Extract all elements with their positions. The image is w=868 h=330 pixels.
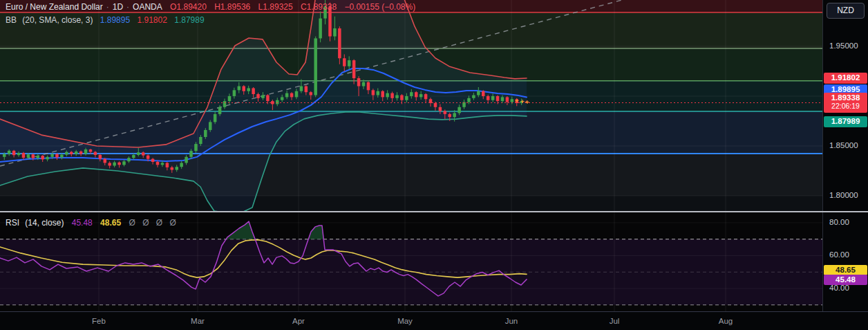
rsi-overbought-fill	[226, 221, 255, 239]
pane-separator[interactable]	[0, 211, 868, 212]
price-axis[interactable]: NZD 1.950001.850001.8000080.0060.0040.00…	[822, 0, 868, 311]
rsi-value: 45.48	[72, 218, 93, 228]
interval-label[interactable]: 1D	[113, 2, 123, 12]
rsi-title[interactable]: RSI	[6, 218, 19, 228]
candle-body	[17, 153, 21, 155]
low-value: L1.89325	[258, 1, 293, 11]
price-chart-canvas: +++	[0, 0, 822, 212]
candle-body	[439, 107, 442, 111]
axis-price-tag[interactable]: 1.91802	[824, 73, 867, 84]
candle-body	[223, 101, 227, 107]
candle-body	[156, 162, 160, 165]
candle-body	[261, 95, 265, 98]
candle-body	[84, 149, 88, 154]
rsi-tick-label: 60.00	[823, 250, 868, 259]
candle-body	[108, 163, 111, 165]
rsi-indicator-legend[interactable]: RSI (14, close) 45.48 48.65 Ø Ø Ø Ø	[6, 217, 176, 228]
candle-body	[89, 149, 93, 152]
change-value: −0.00155 (−0.08%)	[344, 2, 415, 12]
candle-body	[175, 167, 178, 169]
candle-body	[65, 152, 68, 155]
candle-body	[506, 97, 509, 102]
candle-body	[472, 95, 475, 98]
bb-lower-value: 1.87989	[174, 15, 204, 25]
candle-body	[180, 163, 183, 167]
trading-chart-window: +++ Euro / New Zealand Dollar·1D·OANDA O…	[0, 0, 868, 330]
candle-body	[281, 97, 284, 100]
time-axis[interactable]: FebMarAprMayJunJulAug	[0, 312, 868, 330]
candle-body	[104, 159, 107, 163]
candle-body	[362, 82, 366, 86]
candle-body	[415, 92, 418, 97]
candle-body	[55, 154, 59, 158]
candle-body	[166, 163, 169, 167]
candle-body	[132, 155, 135, 158]
candle-body	[348, 60, 351, 66]
bb-params: (20, SMA, close, 3)	[22, 15, 93, 25]
price-pane[interactable]: +++	[0, 0, 822, 212]
price-tick-label: 1.80000	[823, 191, 868, 199]
candle-body	[199, 137, 202, 144]
candle-body	[285, 93, 289, 98]
candle-body	[300, 86, 303, 91]
axis-price-tag[interactable]: 1.8933822:06:19	[824, 93, 867, 113]
candle-body	[194, 144, 198, 151]
candle-body	[233, 90, 236, 96]
currency-button[interactable]: NZD	[827, 3, 865, 19]
order-plus-marker[interactable]: +	[520, 98, 524, 105]
legend-separator: ·	[106, 2, 109, 12]
close-value: C1.89338	[301, 1, 337, 11]
candle-body	[496, 96, 500, 101]
candle-body	[32, 154, 35, 158]
candle-body	[372, 90, 375, 95]
rsi-null-values: Ø Ø Ø Ø	[129, 218, 176, 228]
candle-body	[94, 152, 97, 155]
candle-body	[390, 93, 394, 98]
candle-body	[75, 152, 78, 154]
candle-body	[142, 152, 145, 155]
candle-body	[319, 19, 322, 39]
candle-body	[457, 107, 461, 113]
candle-body	[3, 154, 6, 156]
legend-separator: ·	[126, 2, 129, 12]
symbol-title[interactable]: Euro / New Zealand Dollar	[6, 2, 103, 12]
candle-body	[70, 152, 73, 154]
candle-body	[487, 96, 490, 100]
candle-body	[310, 92, 313, 95]
candle-body	[352, 60, 356, 78]
candle-body	[367, 82, 370, 91]
exchange-label[interactable]: OANDA	[133, 2, 162, 12]
candle-body	[50, 154, 54, 157]
candle-body	[405, 96, 408, 100]
rsi-tick-label: 80.00	[823, 218, 868, 226]
candle-body	[243, 86, 246, 91]
order-plus-marker[interactable]: +	[515, 98, 518, 104]
axis-price-tag[interactable]: 48.65	[824, 265, 867, 275]
order-plus-marker[interactable]: +	[525, 99, 529, 106]
time-axis-label-aug: Aug	[719, 317, 733, 325]
bb-basis-value: 1.89895	[100, 15, 130, 25]
candle-body	[482, 91, 485, 96]
bb-title[interactable]: BB	[6, 15, 17, 25]
countdown-timer: 22:06:19	[824, 102, 867, 110]
axis-price-tag[interactable]: 1.87989	[824, 116, 867, 127]
rsi-params: (14, close)	[25, 218, 64, 228]
bb-indicator-legend[interactable]: BB (20, SMA, close, 3) 1.89895 1.91802 1…	[6, 15, 205, 25]
time-axis-label-apr: Apr	[292, 317, 305, 325]
candle-body	[27, 154, 30, 158]
candle-body	[117, 163, 121, 165]
symbol-legend[interactable]: Euro / New Zealand Dollar·1D·OANDA O1.89…	[6, 1, 415, 12]
candle-body	[477, 91, 480, 95]
time-axis-separator	[0, 311, 868, 312]
candle-body	[410, 92, 413, 96]
candle-body	[214, 114, 217, 122]
bb-upper-value: 1.91802	[137, 15, 167, 25]
candle-body	[79, 152, 83, 154]
candle-body	[113, 163, 116, 166]
time-axis-label-may: May	[397, 317, 413, 325]
candle-body	[151, 159, 155, 162]
candle-body	[137, 152, 140, 155]
candle-body	[60, 155, 64, 158]
axis-price-tag[interactable]: 45.48	[824, 275, 867, 285]
candle-body	[501, 97, 504, 101]
